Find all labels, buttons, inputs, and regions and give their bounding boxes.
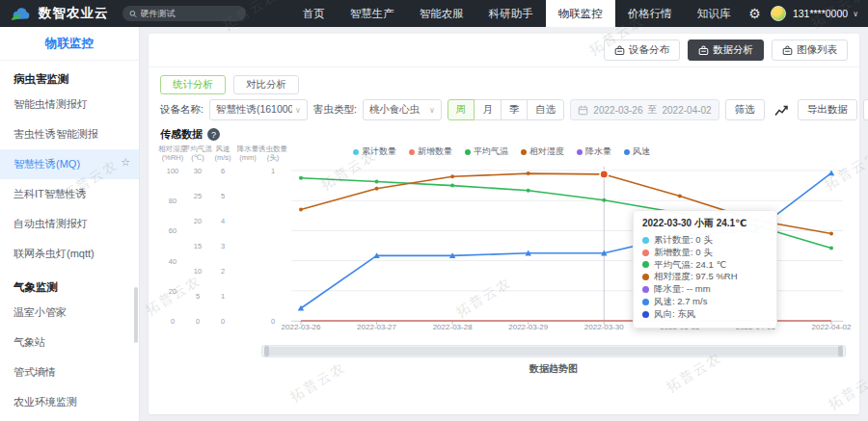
period-button-周[interactable]: 周 bbox=[448, 99, 475, 120]
legend-item-平均气温[interactable]: 平均气温 bbox=[465, 145, 508, 158]
y-axis-平均气温: 平均气温(℃)302520151050 bbox=[185, 143, 210, 341]
help-icon[interactable]: ? bbox=[207, 128, 220, 141]
tooltip-row-风向: 风向: 东风 bbox=[642, 308, 768, 321]
brand-logo-icon bbox=[10, 6, 33, 22]
pest-select-value: 桃小食心虫 bbox=[369, 103, 420, 117]
nav-item-智慧生产[interactable]: 智慧生产 bbox=[338, 0, 407, 27]
legend-label: 新增数量 bbox=[418, 145, 452, 158]
calendar-icon bbox=[578, 105, 588, 116]
y-axis-tick: 1 bbox=[260, 167, 285, 175]
sidebar-item[interactable]: 管式墒情 bbox=[0, 357, 139, 387]
analysis-tabs: 统计分析对比分析 bbox=[160, 75, 848, 94]
y-axis-tick: 20 bbox=[185, 217, 210, 225]
sidebar-item[interactable]: 智慧性诱(MQ)☆ bbox=[0, 149, 139, 179]
pest-select[interactable]: 桃小食心虫 ∨ bbox=[363, 99, 442, 120]
y-axis-tick: 3 bbox=[210, 242, 235, 250]
date-separator: 至 bbox=[648, 103, 658, 117]
view-button-label: 数据分析 bbox=[713, 43, 753, 57]
y-axis-tick: 1 bbox=[210, 292, 235, 301]
nav-item-首页[interactable]: 首页 bbox=[290, 0, 338, 27]
sidebar-item[interactable]: 兰科IT智慧性诱 bbox=[0, 179, 139, 209]
avatar[interactable] bbox=[771, 6, 786, 21]
gear-icon[interactable]: ⚙ bbox=[748, 7, 761, 20]
chevron-down-icon: ∨ bbox=[853, 10, 858, 18]
device-select-value: 智慧性诱(16100013 bbox=[216, 103, 292, 117]
tab-统计分析[interactable]: 统计分析 bbox=[160, 75, 226, 94]
legend-label: 累计数量 bbox=[362, 145, 396, 158]
tooltip-row-text: 累计数量: 0 头 bbox=[654, 234, 713, 247]
tooltip-row-累计数量: 累计数量: 0 头 bbox=[642, 234, 768, 247]
legend-item-相对湿度[interactable]: 相对湿度 bbox=[521, 145, 564, 158]
tooltip-row-text: 新增数量: 0 头 bbox=[654, 247, 713, 259]
sidebar-item[interactable]: 联网杀虫灯(mqtt) bbox=[0, 239, 139, 269]
sensor-chart: 累计数量新增数量平均气温相对湿度降水量风速 相对湿度(%RH)100806040… bbox=[160, 143, 848, 341]
sidebar-item[interactable]: 害虫性诱智能测报 bbox=[0, 119, 139, 149]
nav-item-智能农服[interactable]: 智能农服 bbox=[407, 0, 476, 27]
x-axis-label: 2022-03-26 bbox=[267, 323, 335, 331]
x-axis-label: 2022-03-28 bbox=[419, 323, 486, 331]
datazoom-right-handle[interactable] bbox=[838, 346, 843, 356]
y-axis-tick: 100 bbox=[160, 167, 185, 175]
sidebar-item[interactable]: 智能虫情测报灯 bbox=[0, 90, 139, 119]
sidebar-title: 物联监控 bbox=[0, 27, 139, 61]
nav-item-价格行情[interactable]: 价格行情 bbox=[615, 0, 685, 27]
sensor-data-row: 传感数据 ? bbox=[160, 127, 848, 142]
sidebar-menu: 病虫害监测智能虫情测报灯害虫性诱智能测报智慧性诱(MQ)☆兰科IT智慧性诱自动虫… bbox=[0, 61, 139, 421]
legend-item-降水量[interactable]: 降水量 bbox=[577, 145, 611, 158]
search-box[interactable] bbox=[122, 6, 246, 21]
filter-button[interactable]: 筛选 bbox=[725, 99, 765, 120]
nav-item-物联监控[interactable]: 物联监控 bbox=[546, 0, 615, 27]
tooltip-series-dot bbox=[642, 237, 649, 244]
tooltip-title: 2022-03-30 小雨 24.1℃ bbox=[642, 217, 768, 230]
datazoom-left-handle[interactable] bbox=[264, 346, 269, 356]
export-data-button[interactable]: 导出数据 bbox=[798, 99, 857, 120]
view-button-设备分布[interactable]: 设备分布 bbox=[604, 39, 680, 61]
trend-chart-icon-button[interactable] bbox=[771, 99, 792, 120]
date-end: 2022-04-02 bbox=[663, 105, 712, 116]
star-icon[interactable]: ☆ bbox=[121, 156, 130, 169]
tab-对比分析[interactable]: 对比分析 bbox=[233, 75, 299, 94]
chart-tooltip: 2022-03-30 小雨 24.1℃ 累计数量: 0 头新增数量: 0 头平均… bbox=[633, 210, 777, 329]
date-range-picker[interactable]: 2022-03-26 至 2022-04-02 bbox=[570, 99, 719, 120]
y-axis-降水量: 降水量(mm) bbox=[235, 143, 260, 341]
y-axis-tick: 5 bbox=[210, 192, 235, 200]
datazoom-slider[interactable] bbox=[261, 345, 846, 357]
export-chart-button[interactable]: 导出图表 bbox=[863, 99, 868, 120]
y-axis-tick: 40 bbox=[160, 257, 185, 266]
user-menu[interactable]: 131****0000 ∨ bbox=[793, 8, 858, 19]
sidebar-item[interactable]: 温室小管家 bbox=[0, 298, 139, 328]
sidebar-item[interactable]: 气象监测系统 bbox=[0, 417, 139, 421]
chevron-down-icon: ∨ bbox=[429, 106, 435, 115]
y-axis-tick: 25 bbox=[185, 192, 210, 200]
datazoom-window[interactable] bbox=[267, 347, 840, 355]
brand-title: 数智农业云 bbox=[39, 5, 109, 22]
legend-item-风速[interactable]: 风速 bbox=[624, 145, 650, 158]
y-axis-tick: 0 bbox=[160, 317, 185, 326]
legend-item-累计数量[interactable]: 累计数量 bbox=[353, 145, 396, 158]
legend-item-新增数量[interactable]: 新增数量 bbox=[409, 145, 452, 158]
sidebar-item[interactable]: 自动虫情测报灯 bbox=[0, 209, 139, 239]
device-select[interactable]: 智慧性诱(16100013 ∨ bbox=[209, 99, 308, 120]
y-axis-tick: 80 bbox=[160, 197, 185, 205]
period-button-自选[interactable]: 自选 bbox=[527, 99, 564, 120]
nav-item-科研助手[interactable]: 科研助手 bbox=[476, 0, 546, 27]
sidebar-item[interactable]: 农业环境监测 bbox=[0, 387, 139, 417]
view-button-图像列表[interactable]: 图像列表 bbox=[772, 39, 848, 61]
sidebar-scrollbar[interactable] bbox=[134, 287, 138, 343]
x-axis-label: 2022-03-29 bbox=[495, 323, 562, 331]
legend-dot bbox=[353, 149, 359, 155]
period-button-季[interactable]: 季 bbox=[501, 99, 529, 120]
y-axis-tick: 20 bbox=[160, 287, 185, 296]
view-button-数据分析[interactable]: 数据分析 bbox=[688, 39, 764, 61]
tooltip-series-dot bbox=[642, 261, 649, 268]
tooltip-series-dot bbox=[642, 299, 649, 305]
date-start: 2022-03-26 bbox=[593, 105, 642, 116]
sidebar-item[interactable]: 气象站 bbox=[0, 328, 139, 357]
search-input[interactable] bbox=[141, 9, 239, 18]
nav-item-知识库[interactable]: 知识库 bbox=[685, 0, 744, 27]
device-name-label: 设备名称: bbox=[160, 103, 203, 117]
y-axis-风速: 风速(m/s)6543210 bbox=[210, 143, 235, 341]
main-area: 设备分布数据分析图像列表 统计分析对比分析 设备名称: 智慧性诱(1610001… bbox=[140, 27, 868, 421]
y-axis-tick: 60 bbox=[160, 226, 185, 235]
period-button-月[interactable]: 月 bbox=[474, 99, 502, 120]
